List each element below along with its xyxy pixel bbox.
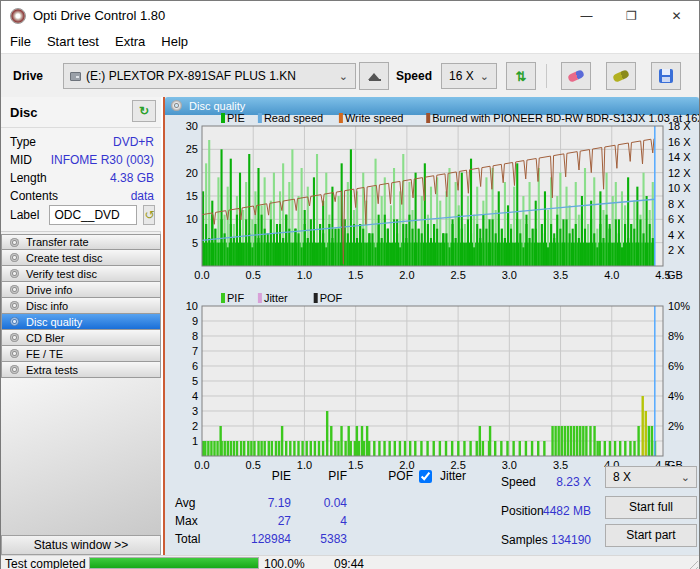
sidebar-item-extra-tests[interactable]: Extra tests — [1, 362, 161, 378]
status-text: Test completed — [5, 557, 86, 569]
marker-icon — [612, 69, 630, 83]
disc-label-caption: Label — [10, 208, 39, 222]
erase-disc-button[interactable] — [561, 62, 591, 90]
app-window: Opti Drive Control 1.80 — ❐ ✕ FileStart … — [0, 0, 700, 569]
edit-icon: ↺ — [144, 208, 154, 222]
start-full-button[interactable]: Start full — [605, 496, 697, 519]
svg-text:4 X: 4 X — [668, 229, 685, 241]
window-title: Opti Drive Control 1.80 — [33, 8, 165, 23]
svg-text:PIF: PIF — [227, 292, 244, 304]
cd-icon — [10, 301, 19, 310]
jitter-checkbox[interactable] — [419, 470, 432, 483]
disc-row-contents: Contentsdata — [10, 189, 154, 203]
disc-label-input[interactable] — [49, 205, 137, 225]
sidebar-item-label: Drive info — [26, 284, 72, 296]
svg-text:16 X: 16 X — [668, 136, 691, 148]
divider — [1, 127, 161, 128]
stats-total-pie: 128984 — [225, 532, 291, 546]
app-icon — [10, 8, 26, 24]
svg-text:10: 10 — [186, 300, 198, 312]
svg-text:3.5: 3.5 — [553, 269, 568, 281]
refresh-speeds-button[interactable]: ⇅ — [506, 62, 536, 90]
svg-text:2%: 2% — [668, 420, 684, 432]
stats-row-label-total: Total — [175, 532, 200, 546]
svg-text:Read speed: Read speed — [264, 112, 323, 124]
sidebar-empty-area — [1, 378, 161, 535]
burn-disc-button[interactable] — [606, 62, 636, 90]
sidebar-item-disc-quality[interactable]: Disc quality — [1, 314, 161, 330]
menu-extra[interactable]: Extra — [107, 31, 153, 53]
svg-text:2: 2 — [192, 420, 198, 432]
sidebar-item-verify-test-disc[interactable]: Verify test disc — [1, 266, 161, 282]
svg-text:10%: 10% — [668, 300, 690, 312]
svg-text:1.0: 1.0 — [297, 269, 312, 281]
menu-file[interactable]: File — [1, 31, 39, 53]
cd-icon — [10, 238, 19, 247]
progress-percent: 100.0% — [264, 557, 305, 569]
eject-icon-bar — [369, 79, 381, 81]
svg-text:3.5: 3.5 — [553, 459, 568, 471]
drive-select[interactable]: (E:) PLEXTOR PX-891SAF PLUS 1.KN ⌄ — [63, 63, 356, 89]
sidebar-item-label: CD Bler — [26, 332, 65, 344]
sidebar-item-label: Create test disc — [26, 252, 102, 264]
menu-start-test[interactable]: Start test — [39, 31, 107, 53]
stats-col-pof: POF — [361, 469, 413, 483]
svg-text:30: 30 — [186, 120, 198, 132]
sidebar-item-drive-info[interactable]: Drive info — [1, 282, 161, 298]
svg-text:20: 20 — [186, 167, 198, 179]
resize-grip[interactable] — [686, 557, 698, 569]
svg-text:Burned with PIONEER BD-RW BDR: Burned with PIONEER BD-RW BDR-S13JX 1.03… — [432, 112, 699, 124]
stats-total-pif: 5383 — [295, 532, 347, 546]
svg-text:25: 25 — [186, 143, 198, 155]
stats-col-pif: PIF — [295, 469, 347, 483]
save-button[interactable] — [651, 62, 681, 90]
sidebar-item-transfer-rate[interactable]: Transfer rate — [1, 234, 161, 250]
disc-label-edit-button[interactable]: ↺ — [143, 205, 155, 225]
disc-info-box: Disc ↻ TypeDVD+RMIDINFOME R30 (003)Lengt… — [1, 97, 161, 232]
svg-text:8: 8 — [192, 330, 198, 342]
stats-avg-pif: 0.04 — [295, 496, 347, 510]
drive-icon — [70, 72, 81, 81]
disc-row-mid: MIDINFOME R30 (003) — [10, 153, 154, 167]
chevron-down-icon: ⌄ — [339, 70, 355, 83]
speed-select[interactable]: 16 X ⌄ — [441, 63, 497, 89]
sidebar-item-disc-info[interactable]: Disc info — [1, 298, 161, 314]
svg-text:3: 3 — [192, 405, 198, 417]
test-speed-select[interactable]: 8 X ⌄ — [605, 466, 697, 488]
eraser-icon — [567, 69, 585, 83]
start-part-button[interactable]: Start part — [605, 524, 697, 547]
eject-button[interactable] — [359, 62, 389, 90]
status-window-button[interactable]: Status window >> — [1, 535, 161, 555]
svg-text:4%: 4% — [668, 390, 684, 402]
disc-row-label: Length — [10, 171, 47, 185]
svg-text:5: 5 — [192, 237, 198, 249]
cd-icon — [10, 333, 19, 342]
sidebar-item-fe-te[interactable]: FE / TE — [1, 346, 161, 362]
maximize-icon[interactable]: ❐ — [609, 1, 654, 31]
chevron-down-icon: ⌄ — [681, 471, 696, 484]
svg-text:2 X: 2 X — [668, 244, 685, 256]
svg-text:2.0: 2.0 — [399, 269, 414, 281]
svg-text:15: 15 — [186, 190, 198, 202]
disc-row-value: INFOME R30 (003) — [51, 153, 154, 167]
disc-row-length: Length4.38 GB — [10, 171, 154, 185]
stats-col-pie: PIE — [225, 469, 291, 483]
disc-refresh-button[interactable]: ↻ — [132, 100, 156, 122]
minimize-icon[interactable]: — — [564, 1, 609, 31]
cd-icon — [10, 285, 19, 294]
save-icon — [659, 69, 673, 83]
close-icon[interactable]: ✕ — [654, 1, 699, 31]
menu-help[interactable]: Help — [153, 31, 196, 53]
sidebar-item-create-test-disc[interactable]: Create test disc — [1, 250, 161, 266]
svg-text:8%: 8% — [668, 330, 684, 342]
disc-row-label: Type — [10, 135, 36, 149]
svg-text:10: 10 — [186, 213, 198, 225]
disc-row-type: TypeDVD+R — [10, 135, 154, 149]
cd-icon — [10, 269, 19, 278]
drive-value: (E:) PLEXTOR PX-891SAF PLUS 1.KN — [86, 69, 296, 83]
sidebar-item-cd-bler[interactable]: CD Bler — [1, 330, 161, 346]
elapsed-time: 09:44 — [334, 557, 364, 569]
svg-text:POF: POF — [320, 292, 343, 304]
disc-row-label: MID — [10, 153, 32, 167]
jitter-label: Jitter — [440, 469, 466, 483]
